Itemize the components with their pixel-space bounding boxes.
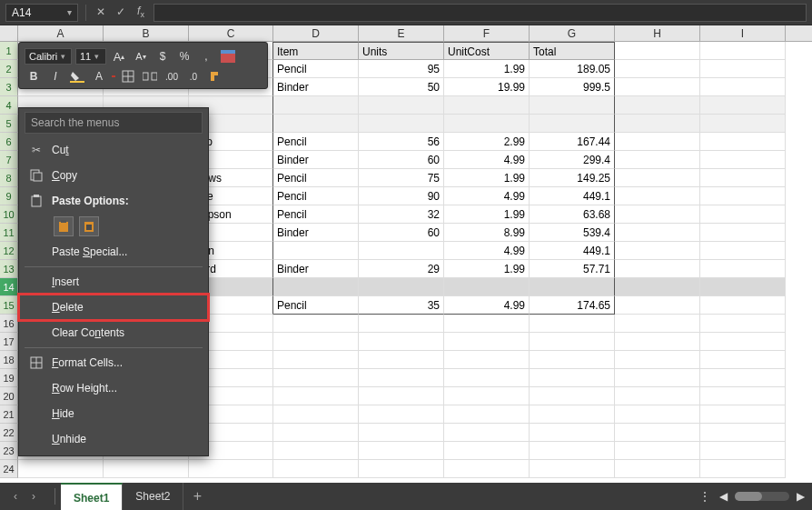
cell[interactable] <box>273 315 359 333</box>
col-header-G[interactable]: G <box>530 25 615 41</box>
row-header[interactable]: 13 <box>0 260 18 278</box>
font-color-icon[interactable]: A <box>90 67 108 85</box>
cell[interactable]: 90 <box>359 187 444 205</box>
cell[interactable] <box>273 278 359 296</box>
ctx-unhide[interactable]: Unhide <box>19 426 208 452</box>
cell[interactable] <box>444 315 530 333</box>
cell[interactable] <box>615 333 700 351</box>
cell[interactable] <box>444 278 530 296</box>
cell[interactable] <box>700 115 786 133</box>
cell[interactable] <box>700 442 786 460</box>
cell[interactable]: 29 <box>359 260 444 278</box>
cell[interactable] <box>615 133 700 151</box>
cell[interactable] <box>444 460 530 478</box>
cell[interactable]: 4.99 <box>444 296 530 315</box>
row-header[interactable]: 23 <box>0 442 18 460</box>
cell[interactable] <box>359 242 444 260</box>
cell[interactable] <box>615 296 700 315</box>
row-header[interactable]: 21 <box>0 405 18 424</box>
cell[interactable] <box>444 387 530 405</box>
cell[interactable] <box>700 151 786 169</box>
cell[interactable] <box>700 333 786 351</box>
cell[interactable]: Binder <box>273 151 359 169</box>
row-header[interactable]: 15 <box>0 296 18 315</box>
cell[interactable] <box>700 460 786 478</box>
cell[interactable] <box>530 333 615 351</box>
select-all-corner[interactable] <box>0 25 18 41</box>
cell[interactable]: 174.65 <box>530 296 615 315</box>
cell[interactable]: 4.99 <box>444 151 530 169</box>
cell[interactable] <box>615 315 700 333</box>
cell[interactable] <box>359 405 444 424</box>
hscroll-thumb[interactable] <box>735 492 762 501</box>
row-header[interactable]: 7 <box>0 151 18 169</box>
col-header-F[interactable]: F <box>444 25 530 41</box>
cell[interactable] <box>444 351 530 369</box>
more-icon[interactable]: ⋮ <box>699 490 712 503</box>
row-header[interactable]: 1 <box>0 42 18 60</box>
cell[interactable] <box>615 260 700 278</box>
bold-icon[interactable]: B <box>25 67 43 85</box>
cell[interactable]: 1.99 <box>444 205 530 224</box>
paste-values-icon[interactable] <box>79 216 99 236</box>
cell[interactable] <box>359 96 444 115</box>
cell[interactable] <box>189 460 273 478</box>
cell[interactable]: Pencil <box>273 169 359 187</box>
row-header[interactable]: 17 <box>0 333 18 351</box>
cell[interactable] <box>530 351 615 369</box>
cell[interactable] <box>700 278 786 296</box>
ctx-clear-contents[interactable]: Clear Contents <box>19 320 208 345</box>
percent-icon[interactable]: % <box>175 47 193 65</box>
fx-icon[interactable]: fx <box>134 5 148 19</box>
cell[interactable] <box>273 387 359 405</box>
cell[interactable]: UnitCost <box>444 42 530 60</box>
name-box[interactable]: A14 ▾ <box>5 4 78 22</box>
cell[interactable]: Binder <box>273 260 359 278</box>
cell[interactable]: 2.99 <box>444 133 530 151</box>
row-header[interactable]: 8 <box>0 169 18 187</box>
scroll-right-icon[interactable]: ▶ <box>797 490 805 503</box>
cell[interactable] <box>700 78 786 96</box>
scroll-left-icon[interactable]: ◀ <box>719 490 728 503</box>
cell[interactable] <box>700 60 786 78</box>
cancel-icon[interactable]: ✕ <box>94 5 108 18</box>
cell[interactable] <box>530 442 615 460</box>
cell[interactable] <box>359 424 444 442</box>
cell[interactable]: 189.05 <box>530 60 615 78</box>
cell[interactable]: 449.1 <box>530 187 615 205</box>
cell[interactable]: Pencil <box>273 296 359 315</box>
cell[interactable] <box>273 333 359 351</box>
cell[interactable]: 4.99 <box>444 242 530 260</box>
cell[interactable]: Binder <box>273 224 359 242</box>
cell[interactable] <box>273 96 359 115</box>
cell[interactable] <box>444 369 530 387</box>
increase-decimal-icon[interactable]: .00 <box>163 67 181 85</box>
cell[interactable] <box>615 278 700 296</box>
format-painter-icon[interactable] <box>206 67 224 85</box>
cell[interactable]: 63.68 <box>530 205 615 224</box>
cell[interactable] <box>104 460 189 478</box>
cell[interactable] <box>700 96 786 115</box>
row-header[interactable]: 12 <box>0 242 18 260</box>
row-header[interactable]: 18 <box>0 351 18 369</box>
cell[interactable] <box>273 460 359 478</box>
merge-icon[interactable] <box>141 67 159 85</box>
row-header[interactable]: 16 <box>0 315 18 333</box>
add-sheet-icon[interactable]: + <box>183 488 211 505</box>
cell[interactable] <box>615 96 700 115</box>
cell[interactable] <box>700 169 786 187</box>
row-header[interactable]: 6 <box>0 133 18 151</box>
cell[interactable] <box>700 296 786 315</box>
cell[interactable]: 999.5 <box>530 78 615 96</box>
fill-color-icon[interactable] <box>68 67 86 85</box>
cell[interactable]: 1.99 <box>444 60 530 78</box>
cell[interactable]: 1.99 <box>444 169 530 187</box>
cell[interactable] <box>615 60 700 78</box>
cell[interactable]: 449.1 <box>530 242 615 260</box>
cell[interactable] <box>700 424 786 442</box>
cell[interactable] <box>700 369 786 387</box>
cell[interactable] <box>273 405 359 424</box>
cell[interactable] <box>359 369 444 387</box>
comma-icon[interactable]: , <box>197 47 215 65</box>
cell[interactable] <box>615 151 700 169</box>
